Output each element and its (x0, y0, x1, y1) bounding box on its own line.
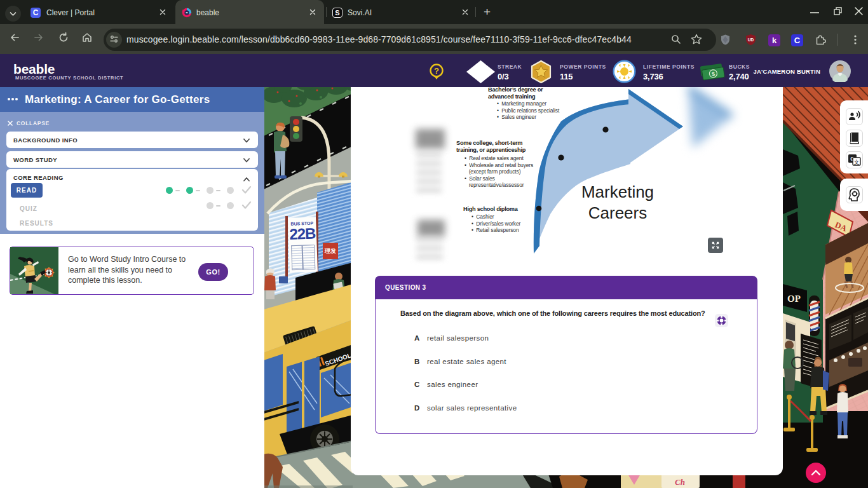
svg-text:Ch: Ch (675, 477, 685, 487)
svg-text:22B: 22B (289, 224, 316, 242)
svg-text:?: ? (434, 66, 439, 76)
svg-text:OP: OP (787, 294, 801, 304)
svg-text:UD: UD (748, 37, 754, 42)
svg-text:理发: 理发 (324, 248, 336, 254)
svg-text:文: 文 (854, 159, 860, 165)
